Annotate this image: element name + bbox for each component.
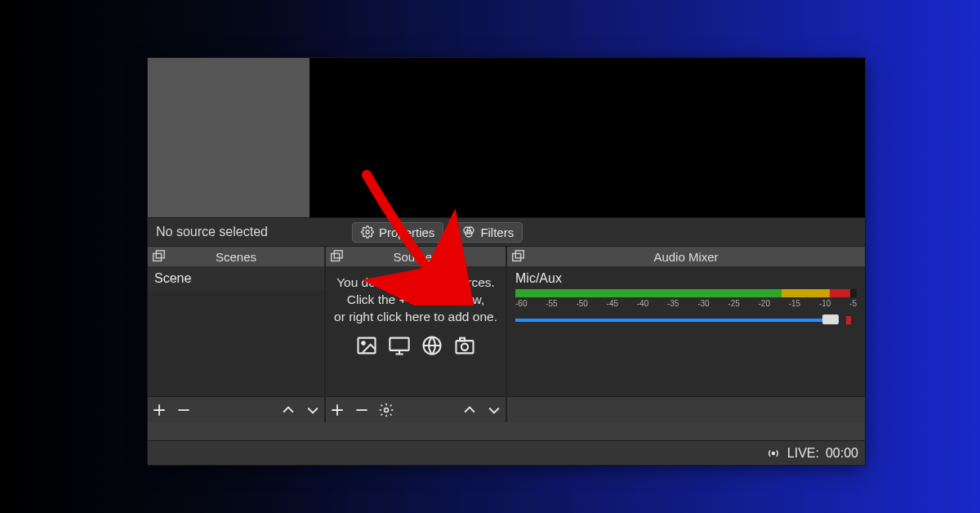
filters-button[interactable]: Filters	[453, 222, 523, 243]
svg-point-18	[772, 452, 774, 454]
no-source-label: No source selected	[153, 225, 342, 239]
sources-empty-line2: Click the + button below,	[331, 292, 501, 309]
mixer-body: Mic/Aux -60-55-50-45-40-35-30-25-20-15-1…	[507, 266, 865, 396]
scenes-header: Scenes	[148, 247, 324, 266]
svg-rect-10	[390, 337, 408, 350]
sources-move-down-button[interactable]	[483, 399, 506, 422]
sources-panel: Sources You don't have any sources. Clic…	[326, 247, 507, 422]
gear-icon	[361, 225, 374, 239]
display-icon	[386, 334, 412, 357]
preview-side-panel	[148, 58, 310, 217]
camera-icon	[452, 334, 478, 357]
svg-point-15	[385, 408, 389, 412]
sources-empty-line1: You don't have any sources.	[331, 274, 501, 292]
popout-icon[interactable]	[151, 249, 166, 264]
scenes-remove-button[interactable]	[172, 399, 195, 422]
mixer-channel-name: Mic/Aux	[515, 271, 857, 286]
popout-icon[interactable]	[329, 249, 344, 264]
svg-rect-14	[460, 337, 465, 341]
gear-icon	[378, 402, 394, 418]
image-icon	[354, 334, 380, 357]
mixer-footer	[507, 396, 865, 422]
sources-remove-button[interactable]	[350, 399, 373, 422]
scene-item[interactable]: Scene	[148, 266, 324, 291]
scenes-move-up-button[interactable]	[277, 399, 300, 422]
mixer-header: Audio Mixer	[507, 247, 865, 266]
popout-icon[interactable]	[510, 249, 525, 264]
svg-rect-8	[359, 337, 376, 353]
sources-empty-message: You don't have any sources. Click the + …	[326, 266, 506, 326]
scenes-title: Scenes	[216, 250, 256, 264]
plus-icon	[151, 402, 167, 418]
sources-header: Sources	[326, 247, 506, 266]
broadcast-icon	[766, 446, 781, 461]
sources-footer	[326, 396, 506, 422]
audio-meter	[515, 289, 857, 297]
sources-empty-line3: or right click here to add one.	[331, 309, 501, 326]
minus-icon	[354, 402, 370, 418]
chevron-down-icon	[486, 402, 502, 418]
audio-mixer-panel: Audio Mixer Mic/Aux -60-55-50-45-40-35-3…	[507, 247, 865, 422]
live-label: LIVE:	[787, 446, 819, 461]
mixer-title: Audio Mixer	[653, 250, 718, 264]
scenes-add-button[interactable]	[148, 399, 171, 422]
sources-empty-icons	[326, 334, 506, 357]
slider-thumb[interactable]	[822, 314, 839, 324]
scenes-footer	[148, 396, 324, 422]
properties-button[interactable]: Properties	[352, 222, 443, 243]
source-toolbar: No source selected Properties Filters	[148, 217, 865, 247]
plus-icon	[329, 402, 345, 418]
chevron-down-icon	[305, 402, 321, 418]
svg-rect-17	[515, 251, 523, 258]
preview-row	[148, 58, 865, 217]
svg-rect-12	[457, 341, 474, 353]
status-bar: LIVE: 00:00	[148, 440, 865, 465]
svg-rect-6	[332, 253, 340, 261]
scenes-panel: Scenes Scene	[148, 247, 326, 422]
properties-label: Properties	[379, 225, 434, 239]
sources-list[interactable]: You don't have any sources. Click the + …	[326, 266, 506, 396]
filters-label: Filters	[480, 225, 514, 239]
globe-icon	[419, 334, 445, 357]
sources-settings-button[interactable]	[375, 399, 398, 422]
svg-point-0	[366, 230, 369, 234]
sources-add-button[interactable]	[326, 399, 349, 422]
scenes-move-down-button[interactable]	[301, 399, 324, 422]
svg-rect-5	[156, 251, 164, 258]
svg-point-9	[362, 341, 365, 345]
svg-rect-4	[154, 253, 162, 261]
sources-move-up-button[interactable]	[458, 399, 481, 422]
svg-rect-16	[513, 253, 521, 261]
live-time: 00:00	[826, 446, 858, 461]
meter-scale: -60-55-50-45-40-35-30-25-20-15-10-5	[515, 299, 857, 308]
chevron-up-icon	[461, 402, 478, 418]
scenes-list[interactable]: Scene	[148, 266, 324, 396]
obs-window: No source selected Properties Filters Sc…	[147, 57, 866, 466]
svg-rect-7	[334, 251, 342, 258]
volume-slider[interactable]	[515, 316, 857, 324]
sources-title: Sources	[393, 250, 438, 264]
panels-row: Scenes Scene Sources You don't have any	[148, 247, 865, 422]
minus-icon	[176, 402, 192, 418]
preview-canvas[interactable]	[310, 58, 865, 217]
chevron-up-icon	[280, 402, 296, 418]
filter-icon	[462, 225, 475, 239]
svg-point-13	[461, 343, 468, 350]
